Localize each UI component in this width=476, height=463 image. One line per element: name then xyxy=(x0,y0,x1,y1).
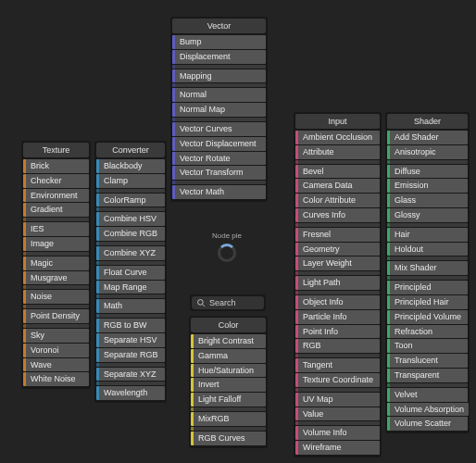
menu-item[interactable]: Math xyxy=(96,299,165,313)
menu-item[interactable]: MixRGB xyxy=(191,412,266,426)
menu-item[interactable]: RGB Curves xyxy=(191,432,266,445)
menu-item-label: Bright Contrast xyxy=(194,334,266,348)
menu-item[interactable]: Mix Shader xyxy=(387,261,468,275)
menu-item[interactable]: Checker xyxy=(23,174,89,188)
menu-item[interactable]: Bump xyxy=(172,35,266,49)
menu-item[interactable]: Holdout xyxy=(387,243,468,257)
menu-item[interactable]: Vector Rotate xyxy=(172,152,266,166)
menu-item[interactable]: Volume Info xyxy=(295,426,380,440)
menu-item[interactable]: Sky xyxy=(23,329,89,343)
menu-item[interactable]: Hair xyxy=(387,228,468,242)
menu-item[interactable]: Bright Contrast xyxy=(191,334,266,348)
menu-item[interactable]: Float Curve xyxy=(96,266,165,280)
menu-item[interactable]: Object Info xyxy=(295,295,380,309)
menu-item[interactable]: Vector Transform xyxy=(172,166,266,180)
menu-item[interactable]: Value xyxy=(295,407,380,421)
menu-item[interactable]: Brick xyxy=(23,159,89,173)
menu-item[interactable]: Texture Coordinate xyxy=(295,373,380,387)
menu-item-label: Blackbody xyxy=(99,159,165,173)
menu-item[interactable]: Fresnel xyxy=(295,228,380,242)
menu-item[interactable]: Vector Displacement xyxy=(172,137,266,151)
panel-body-texture: BrickCheckerEnvironmentGradientIESImageM… xyxy=(23,159,89,386)
menu-item[interactable]: Toon xyxy=(387,339,468,353)
menu-item[interactable]: Combine RGB xyxy=(96,227,165,241)
menu-item[interactable]: Magic xyxy=(23,257,89,270)
menu-item[interactable]: Principled xyxy=(387,281,468,294)
menu-item[interactable]: Refraction xyxy=(387,325,468,339)
menu-item[interactable]: Attribute xyxy=(295,145,380,159)
menu-item[interactable]: ColorRamp xyxy=(96,194,165,207)
menu-item[interactable]: Combine XYZ xyxy=(96,246,165,260)
menu-item[interactable]: Wireframe xyxy=(295,441,380,455)
menu-item[interactable]: Volume Scatter xyxy=(387,417,468,431)
menu-item[interactable]: Displacement xyxy=(172,50,266,64)
menu-item[interactable]: Emission xyxy=(387,179,468,193)
menu-item[interactable]: Layer Weight xyxy=(295,257,380,270)
menu-item[interactable]: Voronoi xyxy=(23,344,89,357)
menu-item[interactable]: Light Falloff xyxy=(191,393,266,407)
menu-item[interactable]: IES xyxy=(23,222,89,236)
menu-item[interactable]: RGB xyxy=(295,339,380,353)
menu-item[interactable]: Gradient xyxy=(23,203,89,217)
menu-item[interactable]: Vector Math xyxy=(172,185,266,199)
menu-item[interactable]: UV Map xyxy=(295,393,380,407)
menu-item[interactable]: Combine HSV xyxy=(96,212,165,226)
menu-item[interactable]: Normal xyxy=(172,88,266,102)
menu-item-label: Geometry xyxy=(298,243,380,257)
menu-item[interactable]: White Noise xyxy=(23,372,89,386)
menu-item[interactable]: Wavelength xyxy=(96,386,165,400)
menu-item[interactable]: Transparent xyxy=(387,369,468,382)
menu-item[interactable]: Diffuse xyxy=(387,165,468,179)
menu-item-label xyxy=(26,252,89,256)
menu-item[interactable]: Separate RGB xyxy=(96,348,165,362)
menu-item[interactable]: Translucent xyxy=(387,354,468,368)
menu-item[interactable]: Volume Absorption xyxy=(387,403,468,417)
category-stripe xyxy=(387,276,390,280)
menu-item[interactable]: Vector Curves xyxy=(172,122,266,136)
menu-item[interactable]: Separate XYZ xyxy=(96,368,165,382)
menu-item[interactable]: Gamma xyxy=(191,349,266,363)
menu-item[interactable]: Add Shader xyxy=(387,131,468,144)
menu-item[interactable]: Particle Info xyxy=(295,310,380,324)
menu-item[interactable]: Light Path xyxy=(295,276,380,290)
search-box[interactable]: Search xyxy=(190,294,266,311)
menu-item[interactable]: Invert xyxy=(191,378,266,392)
menu-item[interactable]: Geometry xyxy=(295,243,380,257)
menu-item[interactable]: Principled Hair xyxy=(387,295,468,309)
menu-item-label xyxy=(26,305,89,308)
menu-item[interactable]: Image xyxy=(23,237,89,251)
menu-item[interactable]: Noise xyxy=(23,290,89,304)
menu-separator xyxy=(387,383,468,387)
menu-item[interactable]: Velvet xyxy=(387,388,468,402)
menu-separator xyxy=(96,242,165,245)
menu-item[interactable]: Bevel xyxy=(295,165,380,179)
menu-item-label: Wavelength xyxy=(99,386,165,400)
menu-item-label: Fresnel xyxy=(298,228,380,242)
menu-item[interactable]: Anisotropic xyxy=(387,145,468,159)
menu-item[interactable]: Color Attribute xyxy=(295,194,380,207)
menu-item-label: Volume Info xyxy=(298,426,380,440)
menu-item[interactable]: Mapping xyxy=(172,69,266,83)
menu-item[interactable]: Curves Info xyxy=(295,208,380,222)
menu-item[interactable]: Glossy xyxy=(387,208,468,222)
menu-item[interactable]: Camera Data xyxy=(295,179,380,193)
menu-item[interactable]: Hue/Saturation xyxy=(191,364,266,378)
menu-item[interactable]: Musgrave xyxy=(23,271,89,285)
menu-item[interactable]: Normal Map xyxy=(172,103,266,117)
menu-item[interactable]: Glass xyxy=(387,194,468,207)
menu-separator xyxy=(96,314,165,318)
menu-item[interactable]: RGB to BW xyxy=(96,319,165,332)
menu-item[interactable]: Environment xyxy=(23,189,89,203)
menu-item[interactable]: Point Density xyxy=(23,309,89,323)
menu-item[interactable]: Map Range xyxy=(96,281,165,294)
menu-item[interactable]: Tangent xyxy=(295,358,380,372)
menu-item[interactable]: Clamp xyxy=(96,174,165,188)
menu-item[interactable]: Blackbody xyxy=(96,159,165,173)
menu-item-label: Math xyxy=(99,299,165,313)
menu-item[interactable]: Separate HSV xyxy=(96,333,165,347)
menu-item[interactable]: Principled Volume xyxy=(387,310,468,324)
menu-item[interactable]: Wave xyxy=(23,358,89,372)
menu-item-label: Brick xyxy=(26,159,89,173)
menu-item[interactable]: Point Info xyxy=(295,325,380,339)
menu-item[interactable]: Ambient Occlusion xyxy=(295,131,380,144)
